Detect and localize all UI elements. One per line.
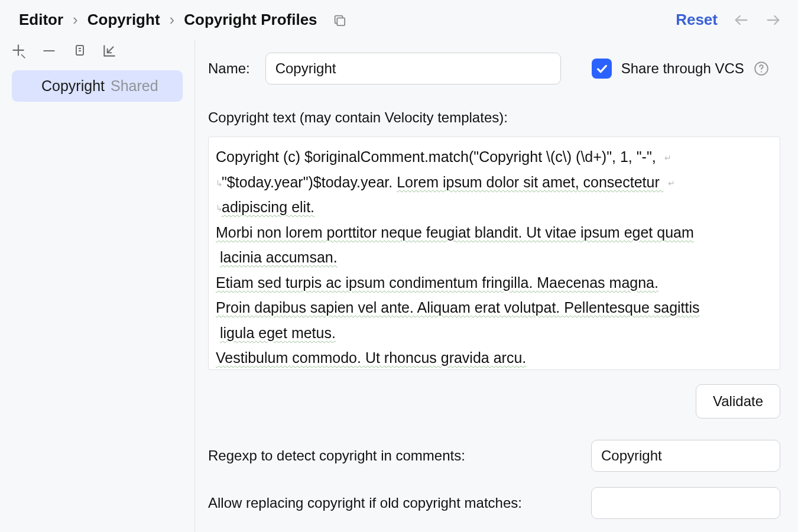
popout-icon[interactable] — [333, 14, 346, 27]
forward-icon[interactable] — [765, 12, 781, 28]
settings-page: Editor › Copyright › Copyright Profiles … — [0, 0, 798, 532]
breadcrumb-current: Copyright Profiles — [184, 11, 317, 29]
validate-row: Validate — [208, 376, 780, 424]
regexp-row: Regexp to detect copyright in comments: — [208, 440, 780, 472]
svg-rect-1 — [337, 18, 345, 25]
reset-button[interactable]: Reset — [676, 11, 718, 29]
breadcrumb-editor[interactable]: Editor — [19, 11, 63, 29]
copy-icon[interactable] — [72, 44, 86, 58]
validate-button[interactable]: Validate — [696, 384, 780, 419]
header-bar: Editor › Copyright › Copyright Profiles … — [0, 0, 798, 40]
share-vcs-label: Share through VCS — [621, 60, 744, 77]
sidebar-toolbar — [0, 40, 194, 67]
add-icon[interactable] — [11, 43, 26, 59]
profile-form: Name: Share through VCS Copyright text (… — [195, 40, 798, 532]
allow-replace-label: Allow replacing copyright if old copyrig… — [208, 495, 522, 511]
chevron-right-icon: › — [170, 11, 175, 29]
svg-line-10 — [108, 47, 113, 53]
back-icon[interactable] — [733, 12, 750, 28]
svg-point-12 — [761, 71, 762, 72]
name-input[interactable] — [265, 53, 561, 85]
import-icon[interactable] — [102, 43, 117, 59]
remove-icon[interactable] — [41, 43, 57, 59]
profile-item[interactable]: Copyright Shared — [12, 70, 183, 102]
regexp-input[interactable] — [591, 440, 780, 472]
profile-item-label: Copyright — [41, 77, 105, 95]
chevron-right-icon: › — [73, 11, 78, 29]
breadcrumb: Editor › Copyright › Copyright Profiles — [19, 11, 676, 29]
copyright-text-label: Copyright text (may contain Velocity tem… — [208, 109, 780, 126]
profiles-sidebar: Copyright Shared — [0, 40, 195, 532]
body: Copyright Shared Name: Share through VCS — [0, 40, 798, 532]
copyright-text-editor[interactable]: Copyright (c) $originalComment.match("Co… — [208, 137, 780, 370]
regexp-label: Regexp to detect copyright in comments: — [208, 447, 465, 464]
profile-item-badge: Shared — [111, 77, 158, 95]
name-label: Name: — [208, 60, 250, 77]
profiles-list: Copyright Shared — [0, 67, 194, 102]
share-vcs-checkbox[interactable] — [592, 59, 612, 79]
share-vcs-block: Share through VCS — [592, 59, 769, 79]
help-icon[interactable] — [754, 61, 769, 76]
allow-replace-input[interactable] — [591, 487, 780, 519]
name-row: Name: Share through VCS — [208, 53, 780, 85]
header-actions: Reset — [676, 11, 781, 29]
allow-replace-row: Allow replacing copyright if old copyrig… — [208, 487, 780, 519]
breadcrumb-copyright[interactable]: Copyright — [87, 11, 160, 29]
